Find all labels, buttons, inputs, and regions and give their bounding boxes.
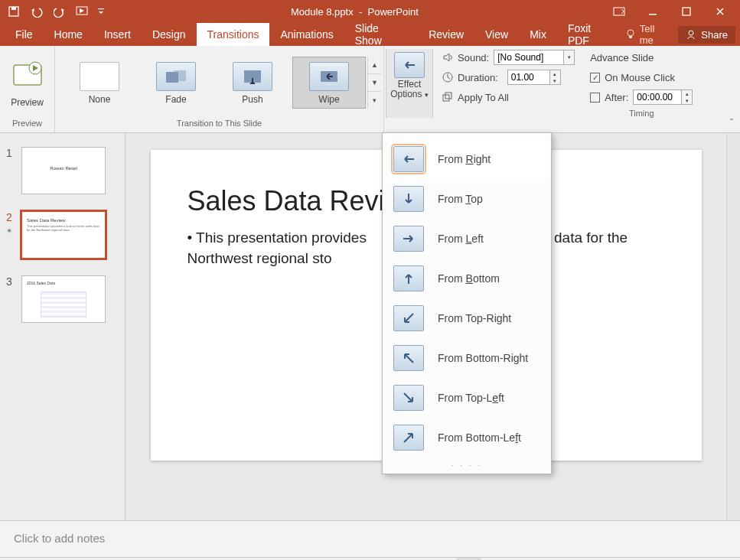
- slide-thumbnail-panel: 1 Rowan Retail 2 ✶ Sales Data Review Thi…: [0, 133, 126, 520]
- sound-select[interactable]: [494, 50, 564, 65]
- thumb-number-2: 2: [6, 211, 15, 223]
- tab-file[interactable]: File: [5, 23, 44, 46]
- arrow-up-right-icon: [393, 425, 424, 451]
- duration-input[interactable]: [507, 70, 550, 85]
- sound-icon: [442, 52, 453, 63]
- effect-from-bottom-right[interactable]: From Bottom-Right: [387, 338, 546, 378]
- window-title: Module 8.pptx - PowerPoint: [107, 6, 602, 18]
- after-down-icon[interactable]: ▾: [682, 97, 692, 104]
- effect-from-bottom[interactable]: From Bottom: [387, 259, 546, 298]
- save-icon[interactable]: [3, 2, 24, 21]
- tab-transitions[interactable]: Transitions: [197, 23, 270, 46]
- effect-from-right[interactable]: From Right: [387, 139, 546, 179]
- tab-home[interactable]: Home: [44, 23, 93, 46]
- on-mouse-click-label: On Mouse Click: [605, 72, 675, 83]
- menu-more-indicator: . . . .: [387, 457, 546, 472]
- close-icon[interactable]: [703, 1, 737, 22]
- effect-from-bottom-left[interactable]: From Bottom-Left: [387, 418, 546, 457]
- animation-indicator-icon: ✶: [6, 226, 15, 235]
- lightbulb-icon: [625, 29, 635, 40]
- tab-design[interactable]: Design: [142, 23, 197, 46]
- tab-mix[interactable]: Mix: [519, 23, 557, 46]
- arrow-up-icon: [393, 265, 424, 291]
- zoom-out-button[interactable]: −: [562, 558, 580, 561]
- after-time-input[interactable]: [633, 90, 682, 105]
- fit-to-window-icon[interactable]: [711, 558, 734, 561]
- ribbon-display-options-icon[interactable]: [602, 1, 636, 22]
- notes-pane[interactable]: Click to add notes: [0, 520, 740, 557]
- spell-check-icon[interactable]: [60, 558, 84, 561]
- minimize-icon[interactable]: [636, 1, 670, 22]
- slide-thumbnail-1[interactable]: Rowan Retail: [21, 147, 106, 194]
- advance-slide-heading: Advance Slide: [590, 49, 693, 66]
- transition-gallery-more[interactable]: ▲ ▼ ▾: [367, 57, 381, 109]
- qat-customize-icon[interactable]: [95, 2, 107, 21]
- collapse-ribbon-icon[interactable]: ˆ: [728, 46, 740, 129]
- duration-up-icon[interactable]: ▴: [550, 70, 560, 77]
- expand-gallery-icon: ▾: [368, 92, 381, 109]
- transition-fade[interactable]: Fade: [139, 57, 213, 109]
- thumb-number-1: 1: [6, 147, 15, 159]
- effect-from-top-left[interactable]: From Top-Left: [387, 378, 546, 418]
- svg-rect-19: [445, 93, 451, 99]
- slideshow-view-icon[interactable]: [530, 558, 555, 561]
- share-button[interactable]: Share: [678, 26, 735, 44]
- effect-from-top-right[interactable]: From Top-Right: [387, 298, 546, 338]
- on-mouse-click-checkbox[interactable]: ✓: [590, 73, 600, 83]
- chevron-down-icon: ▼: [368, 74, 381, 92]
- clock-icon: [442, 72, 453, 83]
- comments-toggle[interactable]: Comments: [376, 558, 446, 561]
- arrow-up-left-icon: [393, 345, 424, 371]
- transition-push[interactable]: Push: [216, 57, 289, 109]
- transition-wipe[interactable]: Wipe: [292, 57, 366, 109]
- sound-label: Sound:: [458, 52, 489, 63]
- tell-me-search[interactable]: Tell me: [625, 23, 670, 46]
- tab-view[interactable]: View: [474, 23, 519, 46]
- tab-slideshow[interactable]: Slide Show: [344, 23, 418, 46]
- effect-from-left[interactable]: From Left: [387, 219, 546, 259]
- start-from-beginning-icon[interactable]: [72, 2, 93, 21]
- after-checkbox[interactable]: [590, 93, 600, 103]
- svg-point-9: [689, 31, 693, 35]
- group-label-preview: Preview: [0, 119, 54, 132]
- transition-none-icon: [80, 62, 119, 91]
- normal-view-icon[interactable]: [457, 558, 481, 561]
- svg-rect-6: [683, 8, 690, 15]
- quick-access-toolbar: [3, 2, 107, 21]
- zoom-in-button[interactable]: +: [663, 558, 680, 561]
- maximize-icon[interactable]: [670, 1, 703, 22]
- sound-dropdown-icon[interactable]: ▾: [564, 50, 574, 64]
- transition-fade-icon: [156, 62, 196, 91]
- effect-options-button[interactable]: EffectOptions ▾: [386, 49, 433, 118]
- svg-rect-5: [649, 14, 657, 15]
- title-bar: Module 8.pptx - PowerPoint: [0, 0, 740, 23]
- tab-insert[interactable]: Insert: [93, 23, 142, 46]
- transition-none[interactable]: None: [63, 57, 136, 109]
- apply-to-all-button[interactable]: Apply To All: [458, 92, 509, 103]
- tab-foxit-pdf[interactable]: Foxit PDF: [557, 23, 625, 46]
- after-label: After:: [605, 92, 628, 103]
- vertical-scrollbar[interactable]: [726, 133, 740, 520]
- slide-sorter-view-icon[interactable]: [481, 558, 506, 561]
- share-icon: [686, 29, 696, 40]
- tab-animations[interactable]: Animations: [269, 23, 344, 46]
- preview-button[interactable]: Preview: [6, 57, 48, 108]
- arrow-right-icon: [393, 226, 424, 252]
- arrow-down-left-icon: [393, 305, 424, 331]
- notes-toggle[interactable]: Notes: [326, 558, 376, 561]
- preview-icon: [9, 57, 46, 94]
- arrow-down-icon: [393, 186, 424, 212]
- tab-review[interactable]: Review: [418, 23, 474, 46]
- group-label-timing: Timing: [582, 109, 700, 122]
- effect-from-top[interactable]: From Top: [387, 179, 546, 219]
- slide-thumbnail-2[interactable]: Sales Data Review This presentation prov…: [21, 211, 106, 259]
- undo-icon[interactable]: [26, 2, 47, 21]
- apply-all-icon: [442, 92, 453, 103]
- slide-thumbnail-3[interactable]: 2016 Sales Data: [21, 275, 106, 323]
- duration-down-icon[interactable]: ▾: [550, 77, 560, 84]
- group-label-transition: Transition to This Slide: [55, 119, 383, 132]
- reading-view-icon[interactable]: [506, 558, 530, 561]
- main-area: 1 Rowan Retail 2 ✶ Sales Data Review Thi…: [0, 133, 740, 520]
- redo-icon[interactable]: [49, 2, 70, 21]
- after-up-icon[interactable]: ▴: [682, 90, 692, 97]
